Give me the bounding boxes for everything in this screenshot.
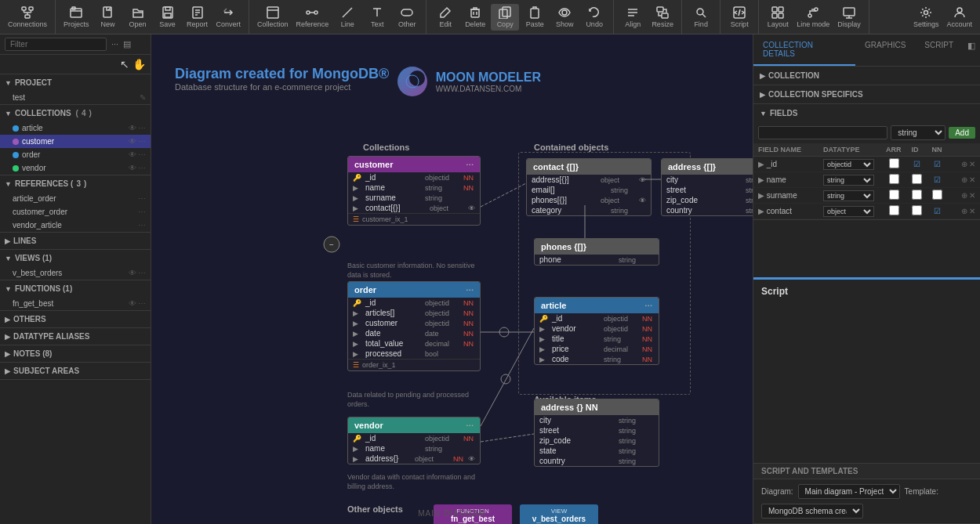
project-section-header[interactable]: ▼ PROJECT — [0, 74, 151, 91]
field-name-copy-icon[interactable]: ⊕ — [961, 175, 967, 184]
article-order-more-icon[interactable]: ⋯ — [138, 194, 146, 203]
field-name-expand[interactable]: ▶ — [758, 175, 764, 184]
delete-button[interactable]: Delete — [461, 4, 489, 31]
field-surname-nn-cb[interactable] — [932, 190, 942, 200]
others-section-header[interactable]: ▶ OTHERS — [0, 311, 151, 327]
new-button[interactable]: New — [94, 4, 122, 31]
connections-button[interactable]: Connections — [5, 4, 50, 31]
field-name-del-icon[interactable]: ✕ — [969, 175, 975, 184]
order-more-icon[interactable]: ⋯ — [138, 150, 146, 159]
views-section-header[interactable]: ▼ VIEWS (1) — [0, 250, 151, 266]
sidebar-item-order[interactable]: order 👁 ⋯ — [0, 148, 151, 161]
datatype-select[interactable]: string objectid object array decimal boo… — [891, 125, 946, 140]
sidebar-item-customer[interactable]: customer 👁 ⋯ — [0, 135, 151, 148]
order-table[interactable]: order ⋯ 🔑 _id objectid NN ▶ articles[] o… — [347, 281, 481, 371]
field-surname-copy-icon[interactable]: ⊕ — [961, 191, 967, 200]
panel-toggle-icon[interactable]: ◧ — [963, 34, 980, 66]
customer-eye-icon[interactable]: 👁 — [129, 137, 136, 146]
undo-button[interactable]: Undo — [580, 4, 608, 31]
line-button[interactable]: Line — [333, 4, 361, 31]
address-vendor-table[interactable]: address {} NN city string street string … — [534, 399, 659, 467]
sidebar-toggle-icon[interactable]: ▤ — [122, 38, 132, 51]
contact-table[interactable]: contact {[]} address[{}] object 👁 email[… — [526, 158, 652, 216]
phones-table[interactable]: phones {[]} phone string — [534, 238, 659, 266]
field-surname-type-select[interactable]: string — [823, 190, 874, 201]
sidebar-item-vendor-article[interactable]: vendor_article ⋯ — [0, 219, 151, 232]
customer-order-more-icon[interactable]: ⋯ — [138, 208, 146, 216]
sidebar-item-customer-order[interactable]: customer_order ⋯ — [0, 205, 151, 219]
article-table[interactable]: article ⋯ 🔑 _id objectid NN ▶ vendor obj… — [534, 297, 659, 365]
filter-input[interactable] — [5, 38, 107, 51]
subject-areas-header[interactable]: ▶ SUBJECT AREAS — [0, 363, 151, 379]
field-id-expand[interactable]: ▶ — [758, 160, 764, 168]
v-best-orders-object[interactable]: VIEW v_best_orders — [520, 504, 598, 524]
vendor-table[interactable]: vendor ⋯ 🔑 _id objectid NN ▶ name string… — [347, 417, 481, 464]
field-id-copy-icon[interactable]: ⊕ — [961, 160, 967, 168]
tab-script[interactable]: SCRIPT — [915, 34, 963, 66]
vendor-address-eye[interactable]: 👁 — [468, 455, 475, 463]
customer-table[interactable]: customer ⋯ 🔑 _id objectid NN ▶ name stri… — [347, 156, 481, 226]
field-surname-expand[interactable]: ▶ — [758, 191, 764, 200]
find-button[interactable]: Find — [687, 4, 715, 31]
field-contact-id-cb[interactable] — [912, 205, 922, 215]
display-button[interactable]: Display — [834, 4, 864, 31]
address-nested-table[interactable]: address {[]} city string street string z… — [661, 158, 753, 216]
text-button[interactable]: Text — [363, 4, 391, 31]
field-contact-expand[interactable]: ▶ — [758, 207, 764, 215]
canvas-area[interactable]: Diagram created for MongoDB® Database st… — [151, 34, 753, 524]
vendor-more-icon[interactable]: ⋯ — [138, 164, 146, 172]
collection-panel-header[interactable]: ▶ COLLECTION — [753, 67, 980, 85]
field-contact-type-select[interactable]: object — [823, 206, 874, 217]
order-table-menu[interactable]: ⋯ — [466, 286, 474, 295]
fn-more-icon[interactable]: ⋯ — [138, 299, 146, 308]
vendor-article-more-icon[interactable]: ⋯ — [138, 221, 146, 229]
tab-collection-details[interactable]: COLLECTION DETAILS — [753, 34, 855, 66]
convert-button[interactable]: Convert — [213, 4, 245, 31]
sidebar-item-v-best-orders[interactable]: v_best_orders 👁 ⋯ — [0, 266, 151, 280]
vendor-table-menu[interactable]: ⋯ — [466, 421, 474, 430]
other-button[interactable]: Other — [393, 4, 421, 31]
order-eye-icon[interactable]: 👁 — [129, 150, 136, 159]
cursor-tool[interactable]: ↖ — [120, 58, 129, 70]
article-eye-icon[interactable]: 👁 — [129, 124, 136, 132]
align-button[interactable]: Align — [619, 4, 647, 31]
notes-section-header[interactable]: ▶ NOTES (8) — [0, 345, 151, 362]
project-edit-icon[interactable]: ✎ — [140, 93, 146, 102]
hand-tool[interactable]: ✋ — [132, 58, 146, 70]
field-name-id-cb[interactable] — [912, 174, 922, 184]
layout-button[interactable]: Layout — [764, 4, 792, 31]
v-best-more-icon[interactable]: ⋯ — [138, 269, 146, 277]
collections-section-header[interactable]: ▼ COLLECTIONS ( 4 ) — [0, 105, 151, 121]
collection-button[interactable]: Collection — [254, 4, 292, 31]
article-more-icon[interactable]: ⋯ — [138, 124, 146, 132]
contact-phones-eye[interactable]: 👁 — [639, 197, 646, 204]
lines-section-header[interactable]: ▶ LINES — [0, 233, 151, 249]
script-template-select[interactable]: MongoDB schema creation script — [761, 504, 863, 519]
references-section-header[interactable]: ▼ REFERENCES ( 3 ) — [0, 175, 151, 192]
sidebar-item-article[interactable]: article 👁 ⋯ — [0, 121, 151, 135]
field-id-arr-cb[interactable] — [889, 158, 899, 168]
fn-eye-icon[interactable]: 👁 — [129, 299, 136, 308]
show-button[interactable]: Show — [550, 4, 579, 31]
account-button[interactable]: Account — [943, 4, 975, 31]
resize-button[interactable]: Resize — [648, 4, 677, 31]
field-contact-del-icon[interactable]: ✕ — [969, 207, 975, 215]
article-table-menu[interactable]: ⋯ — [644, 302, 652, 310]
script-toolbar-button[interactable]: Script — [725, 4, 753, 31]
datatype-aliases-header[interactable]: ▶ DATATYPE ALIASES — [0, 328, 151, 345]
open-button[interactable]: Open — [124, 4, 152, 31]
contact-address-eye[interactable]: 👁 — [639, 176, 646, 184]
script-diagram-select[interactable]: Main diagram - Project script — [798, 484, 900, 499]
field-name-arr-cb[interactable] — [889, 174, 899, 184]
reference-button[interactable]: Reference — [293, 4, 332, 31]
customer-table-menu[interactable]: ⋯ — [466, 161, 474, 169]
copy-button[interactable]: Copy — [491, 4, 519, 31]
fields-panel-header[interactable]: ▼ FIELDS — [753, 104, 980, 122]
report-button[interactable]: Report — [183, 4, 212, 31]
linemode-button[interactable]: Line mode — [793, 4, 833, 31]
field-contact-copy-icon[interactable]: ⊕ — [961, 207, 967, 215]
tab-graphics[interactable]: GRAPHICS — [855, 34, 915, 66]
settings-button[interactable]: Settings — [910, 4, 942, 31]
edit-button[interactable]: Edit — [431, 4, 459, 31]
project-item-test[interactable]: test ✎ — [0, 91, 151, 104]
